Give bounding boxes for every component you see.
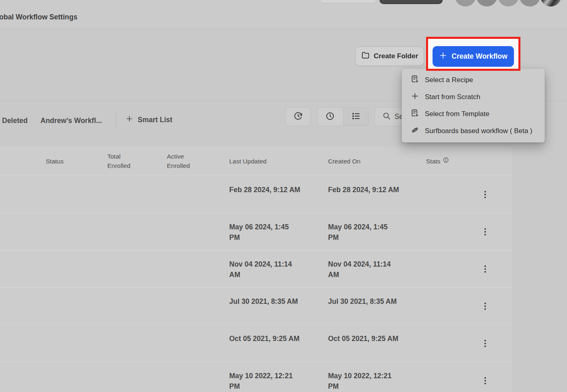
created-on-cell: May 06 2024, 1:45 PM (328, 222, 400, 243)
add-smart-list-button[interactable]: Smart List (126, 115, 173, 125)
create-folder-label: Create Folder (374, 52, 418, 60)
avatar[interactable] (455, 0, 476, 6)
menu-item-label: Select from Template (425, 110, 489, 118)
row-actions-kebab-menu[interactable] (479, 225, 491, 239)
history-clock-icon (293, 111, 303, 122)
plus-icon (126, 115, 133, 125)
table-header: Status Total Enrolled Active Enrolled La… (0, 146, 513, 176)
row-actions-kebab-menu[interactable] (479, 188, 491, 201)
table-row: May 06 2024, 1:45 PM May 06 2024, 1:45 P… (0, 213, 513, 250)
top-bar: obal Workflow Settings (0, 0, 567, 29)
avatar[interactable] (519, 0, 540, 6)
search-icon (382, 112, 391, 122)
row-actions-kebab-menu[interactable] (479, 262, 491, 276)
workflow-page: obal Workflow Settings Deleted Andrew's … (0, 0, 567, 392)
tab-divider (116, 112, 116, 129)
annotation-highlight-box: Create Workflow (426, 37, 520, 71)
column-header-created-on: Created On (328, 156, 360, 165)
workflows-table: Status Total Enrolled Active Enrolled La… (0, 146, 513, 392)
create-workflow-label: Create Workflow (452, 52, 507, 61)
last-updated-cell: Oct 05 2021, 9:25 AM (229, 333, 301, 344)
row-actions-kebab-menu[interactable] (479, 374, 491, 388)
template-add-icon (411, 109, 419, 119)
menu-item-select-from-template[interactable]: Select from Template (402, 106, 545, 123)
tab-andrews-workflows[interactable]: Andrew's Workfl... (40, 117, 102, 125)
header-button-partial[interactable] (320, 0, 377, 3)
menu-item-label: Select a Recipe (425, 76, 473, 84)
avatar[interactable] (498, 0, 519, 6)
last-updated-cell: Jul 30 2021, 8:35 AM (229, 296, 301, 307)
create-folder-button[interactable]: Create Folder (355, 47, 424, 66)
table-row: Jul 30 2021, 8:35 AM Jul 30 2021, 8:35 A… (0, 287, 513, 324)
menu-item-start-from-scratch[interactable]: Start from Scratch (402, 89, 545, 106)
menu-item-select-recipe[interactable]: Select a Recipe (402, 72, 545, 89)
created-on-cell: Nov 04 2024, 11:14 AM (328, 259, 400, 280)
clock-icon (325, 111, 335, 123)
create-workflow-menu: Select a Recipe Start from Scratch Selec… (402, 69, 545, 142)
folder-icon (361, 51, 370, 61)
table-row: Nov 04 2024, 11:14 AM Nov 04 2024, 11:14… (0, 250, 513, 287)
surfboard-icon (411, 126, 419, 136)
page-title: obal Workflow Settings (0, 13, 77, 21)
menu-item-label: Start from Scratch (425, 93, 480, 101)
column-header-total-enrolled: Total Enrolled (107, 152, 136, 170)
menu-item-surfboards-workflow[interactable]: Surfboards based workflow ( Beta ) (402, 123, 545, 140)
tab-deleted[interactable]: Deleted (2, 117, 28, 125)
column-header-status: Status (46, 156, 64, 165)
stats-label: Stats (426, 156, 440, 165)
column-header-stats: Stats (426, 156, 449, 165)
history-button[interactable] (286, 107, 311, 126)
recipe-add-icon (411, 75, 419, 85)
info-icon[interactable] (443, 156, 449, 165)
avatar-photo[interactable] (540, 0, 561, 6)
table-row: Feb 28 2024, 9:12 AM Feb 28 2024, 9:12 A… (0, 176, 513, 213)
header-dark-button-partial[interactable] (379, 0, 443, 4)
last-updated-cell: May 06 2024, 1:45 PM (229, 222, 301, 243)
plus-icon (439, 51, 447, 61)
avatar[interactable] (476, 0, 497, 6)
created-on-cell: Feb 28 2024, 9:12 AM (328, 184, 400, 195)
create-workflow-button[interactable]: Create Workflow (433, 46, 514, 67)
list-view-button[interactable] (343, 108, 369, 126)
created-on-cell: Jul 30 2021, 8:35 AM (328, 296, 400, 307)
clock-view-button[interactable] (318, 108, 343, 126)
list-icon (351, 111, 361, 123)
created-on-cell: Oct 05 2021, 9:25 AM (328, 333, 400, 344)
table-row: Oct 05 2021, 9:25 AM Oct 05 2021, 9:25 A… (0, 324, 513, 362)
created-on-cell: May 10 2022, 12:21 PM (328, 371, 400, 392)
row-actions-kebab-menu[interactable] (479, 299, 491, 313)
plus-icon (411, 92, 419, 102)
view-toggle-group (317, 107, 369, 126)
column-header-last-updated: Last Updated (229, 156, 266, 165)
last-updated-cell: Nov 04 2024, 11:14 AM (229, 259, 301, 280)
table-row: May 10 2022, 12:21 PM May 10 2022, 12:21… (0, 362, 513, 392)
last-updated-cell: May 10 2022, 12:21 PM (229, 371, 301, 392)
smart-list-label: Smart List (138, 116, 173, 124)
last-updated-cell: Feb 28 2024, 9:12 AM (229, 184, 301, 195)
menu-item-label: Surfboards based workflow ( Beta ) (425, 127, 533, 135)
column-header-active-enrolled: Active Enrolled (167, 152, 195, 170)
row-actions-kebab-menu[interactable] (479, 337, 491, 350)
